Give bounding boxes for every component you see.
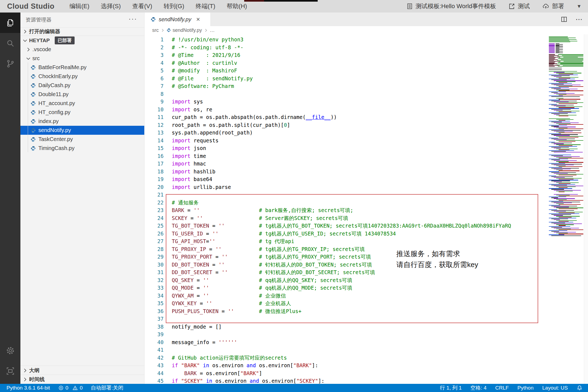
workspace-section[interactable]: HEYTAP 已部署 — [20, 36, 144, 45]
indentation-status[interactable]: 空格: 4 — [470, 384, 486, 391]
scrollbar[interactable] — [584, 34, 588, 384]
minimap-line — [549, 42, 570, 42]
code-line: 1# !/usr/bin/env python3 — [145, 36, 549, 44]
sidebar-more-actions[interactable]: ··· — [128, 15, 137, 23]
outline-section[interactable]: 大纲 — [20, 366, 144, 375]
auto-deploy-status[interactable]: 自动部署:关闭 — [91, 384, 123, 391]
minimap-line — [554, 207, 569, 207]
tree-folder-src[interactable]: src — [20, 54, 144, 63]
split-editor-icon[interactable] — [561, 16, 567, 23]
tree-file-BattleForRealMe.py[interactable]: BattleForRealMe.py — [20, 63, 144, 72]
code-line: 3# @Time : 2021/9/16 — [145, 51, 549, 59]
deploy-label: 部署 — [552, 2, 564, 10]
menu-item-2[interactable]: 查看(V) — [127, 2, 158, 10]
minimap-line — [551, 139, 575, 139]
eol-status[interactable]: CRLF — [495, 385, 509, 391]
minimap-line — [559, 221, 569, 222]
cursor-position-status[interactable]: 行 1, 列 1 — [440, 384, 462, 391]
tab-sendnotify[interactable]: sendNotify.py × — [145, 13, 211, 26]
keyboard-layout-status[interactable]: Layout: US — [542, 385, 568, 391]
breadcrumb-symbol[interactable]: … — [210, 27, 215, 33]
token: os.environ[ — [259, 378, 296, 384]
minimap-line — [551, 227, 562, 228]
menu-item-0[interactable]: 编辑(E) — [64, 2, 95, 10]
timeline-section[interactable]: 时间线 — [20, 375, 144, 384]
token: time — [191, 153, 206, 159]
token: "SCKEY" — [181, 378, 203, 384]
screen-mode-button[interactable] — [0, 361, 20, 381]
deploy-button[interactable]: 部署 — [542, 2, 564, 10]
search-activity-button[interactable] — [0, 33, 20, 53]
menu-item-4[interactable]: 终端(T) — [190, 2, 221, 10]
close-icon[interactable]: × — [196, 16, 200, 23]
notch-red-segment — [244, 0, 264, 2]
chevron-down-icon[interactable]: ▼ — [577, 4, 581, 9]
minimap-line — [556, 132, 565, 132]
tree-file-DailyCash.py[interactable]: DailyCash.py — [20, 81, 144, 90]
breadcrumb-file[interactable]: sendNotify.py — [173, 27, 202, 33]
code-line: 35QYWX_KEY = '' # 企业机器人 — [145, 299, 549, 307]
breadcrumb-src[interactable]: src — [152, 27, 159, 33]
python-version-status[interactable]: Python 3.6.1 64-bit — [7, 385, 50, 391]
token: QYWX_KEY — [172, 300, 197, 306]
minimap-line — [549, 209, 557, 210]
template-selector[interactable]: 测试模板:Hello World事件模板 — [406, 2, 496, 10]
cloud-studio-window: Cloud Studio 编辑(E)选择(S)查看(V)转到(G)终端(T)帮助… — [0, 0, 588, 392]
menu-item-5[interactable]: 帮助(H) — [221, 2, 253, 10]
code-line: 28TG_PROXY_IP = '' # tg机器人的TG_PROXY_IP; … — [145, 245, 549, 253]
token — [200, 362, 203, 368]
tree-file-HT_config.py[interactable]: HT_config.py — [20, 108, 144, 117]
tree-file-sendNotify.py[interactable]: sendNotify.py — [20, 126, 144, 135]
problems-status[interactable]: 0 0 — [58, 385, 83, 391]
sidebar-header: 资源管理器 ··· — [20, 13, 144, 27]
error-icon — [58, 385, 64, 391]
token: TG_PROXY_IP — [172, 246, 206, 252]
minimap-line — [549, 201, 563, 201]
token: = — [187, 215, 197, 221]
chevron-right-icon — [204, 28, 208, 33]
menu-item-1[interactable]: 选择(S) — [95, 2, 126, 10]
chevron-right-icon — [22, 367, 28, 373]
settings-button[interactable] — [0, 340, 20, 361]
tree-file-TimingCash.py[interactable]: TimingCash.py — [20, 144, 144, 153]
minimap-line — [559, 209, 578, 209]
more-actions-icon[interactable]: ⋯ — [575, 15, 583, 24]
minimap-line — [554, 228, 579, 228]
minimap-line — [559, 229, 583, 230]
token: )) — [330, 114, 337, 120]
line-number: 18 — [145, 168, 164, 176]
explorer-icon — [6, 18, 15, 27]
token: # qq机器人的QQ_SKEY; secrets可填 — [259, 277, 352, 283]
python-file-icon — [30, 83, 36, 88]
code-line: 27TG_API_HOST='' # tg 代理api — [145, 237, 549, 245]
code-area[interactable]: 1# !/usr/bin/env python32# -*- coding: u… — [145, 34, 549, 384]
tree-folder-.vscode[interactable]: .vscode — [20, 45, 144, 54]
test-button[interactable]: 测试 — [509, 2, 530, 10]
line-content: # !/usr/bin/env python3 — [172, 36, 243, 44]
explorer-activity-button[interactable] — [0, 13, 20, 33]
token: '' — [219, 262, 225, 268]
minimap-line — [556, 144, 581, 145]
menu-item-3[interactable]: 转到(G) — [158, 2, 190, 10]
tree-file-TaskCenter.py[interactable]: TaskCenter.py — [20, 135, 144, 144]
tree-file-Double11.py[interactable]: Double11.py — [20, 90, 144, 99]
token: root_path = os.path.split(cur_path)[ — [172, 122, 284, 128]
token: cur_path = os.path.abspath(os.path.dirna… — [172, 114, 306, 120]
code-line: 4# @Author : curtinlv — [145, 59, 549, 67]
source-control-activity-button[interactable] — [0, 53, 20, 74]
tree-file-index.py[interactable]: index.py — [20, 117, 144, 126]
minimap-line — [549, 48, 555, 49]
tree-file-HT_account.py[interactable]: HT_account.py — [20, 99, 144, 108]
minimap-line — [554, 203, 572, 203]
open-editors-section[interactable]: 打开的编辑器 — [20, 27, 144, 36]
minimap-line — [561, 59, 583, 60]
minimap-line — [549, 234, 564, 235]
tree-file-ChockInEarly.py[interactable]: ChockInEarly.py — [20, 72, 144, 81]
language-mode-status[interactable]: Python — [517, 385, 534, 391]
breadcrumb[interactable]: src sendNotify.py … — [145, 26, 588, 34]
minimap[interactable] — [549, 34, 584, 236]
minimap-line — [551, 105, 574, 105]
line-number: 41 — [145, 346, 164, 354]
minimap-line — [549, 45, 555, 45]
bell-icon[interactable] — [577, 385, 583, 391]
